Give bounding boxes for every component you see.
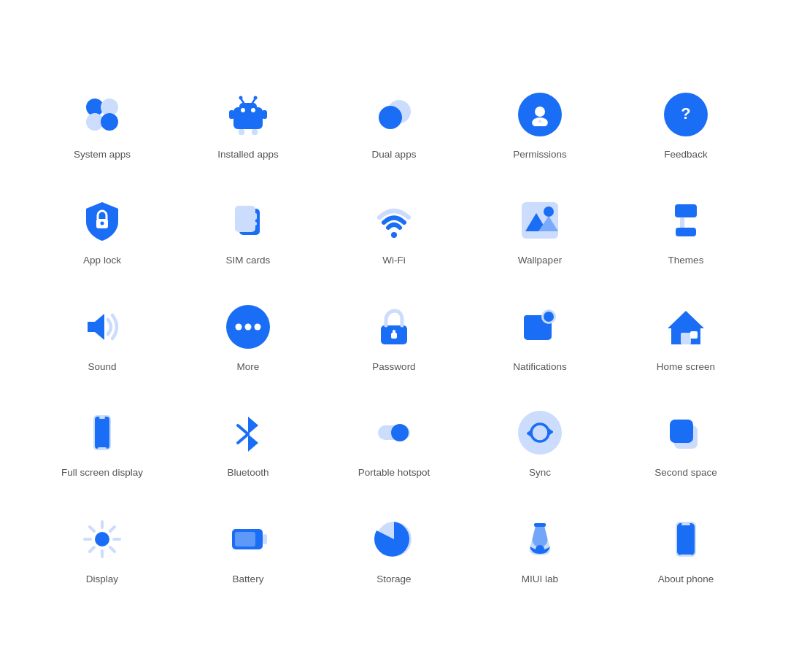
sync-label: Sync	[529, 466, 551, 479]
item-more[interactable]: More	[175, 283, 321, 390]
svg-line-73	[90, 547, 94, 552]
second-space-label: Second space	[654, 466, 717, 479]
item-portable-hotspot[interactable]: Portable hotspot	[321, 389, 467, 495]
svg-rect-15	[252, 129, 258, 135]
svg-rect-75	[263, 534, 267, 544]
item-app-lock[interactable]: App lock	[29, 177, 175, 283]
item-storage[interactable]: Storage	[321, 495, 467, 602]
natifications-icon	[517, 304, 563, 350]
installed-apps-label: Installed apps	[217, 148, 278, 161]
themes-label: Themes	[668, 254, 704, 267]
natifications-label: Natifications	[513, 360, 567, 374]
item-bluetooth[interactable]: Bluetooth	[175, 389, 321, 495]
item-wallpaper[interactable]: Wallpaper	[467, 177, 613, 283]
item-dual-apps[interactable]: Dual apps	[321, 71, 467, 177]
battery-icon	[225, 516, 271, 563]
permissions-icon	[517, 91, 563, 138]
svg-marker-61	[549, 428, 553, 436]
svg-line-71	[110, 547, 115, 552]
svg-point-60	[391, 424, 409, 441]
item-installed-apps[interactable]: Installed apps	[175, 71, 321, 177]
system-apps-label: System apps	[74, 148, 131, 161]
item-feedback[interactable]: ? Feedback	[613, 71, 759, 177]
item-about-phone[interactable]: About phone	[613, 495, 759, 602]
svg-point-33	[544, 206, 554, 217]
display-icon	[79, 516, 125, 563]
settings-grid: System apps	[0, 56, 788, 617]
home-screen-label: Home screen	[657, 360, 715, 374]
about-phone-icon	[663, 516, 709, 563]
item-battery[interactable]: Battery	[175, 495, 321, 602]
portable-hotspot-label: Portable hotspot	[358, 466, 430, 479]
more-icon	[225, 304, 271, 350]
svg-point-38	[236, 323, 242, 330]
svg-point-18	[535, 107, 545, 117]
svg-point-23	[101, 222, 104, 225]
second-space-icon	[663, 409, 709, 456]
svg-point-29	[391, 232, 397, 238]
item-system-apps[interactable]: System apps	[29, 71, 175, 177]
svg-point-3	[101, 113, 118, 131]
item-miui-lab[interactable]: MIUI lab	[467, 495, 613, 602]
svg-rect-34	[675, 204, 697, 217]
svg-line-70	[90, 527, 94, 531]
portable-hotspot-icon	[371, 409, 417, 456]
themes-icon	[663, 197, 709, 244]
item-sync[interactable]: Sync	[467, 389, 613, 495]
svg-rect-76	[235, 532, 255, 547]
password-icon	[371, 304, 417, 350]
item-natifications[interactable]: Natifications	[467, 283, 613, 390]
sim-cards-icon	[225, 197, 271, 244]
svg-point-13	[254, 96, 258, 99]
item-home-screen[interactable]: Home screen	[613, 283, 759, 390]
svg-point-12	[239, 96, 243, 99]
svg-rect-35	[680, 217, 684, 229]
svg-rect-6	[229, 110, 234, 119]
feedback-label: Feedback	[664, 148, 707, 161]
svg-marker-37	[88, 314, 104, 340]
battery-label: Battery	[233, 573, 264, 586]
svg-rect-28	[235, 206, 255, 232]
wifi-icon	[371, 197, 417, 244]
item-themes[interactable]: Themes	[613, 177, 759, 283]
svg-rect-4	[233, 107, 263, 129]
svg-rect-50	[690, 331, 698, 339]
svg-line-57	[238, 425, 248, 434]
system-apps-icon	[79, 91, 125, 138]
wallpaper-icon	[517, 197, 563, 244]
svg-point-40	[255, 323, 261, 330]
miui-lab-label: MIUI lab	[522, 573, 558, 586]
svg-marker-56	[248, 434, 258, 452]
storage-label: Storage	[376, 573, 411, 586]
bluetooth-label: Bluetooth	[227, 466, 269, 479]
wallpaper-label: Wallpaper	[518, 254, 562, 267]
svg-line-72	[110, 527, 115, 531]
wifi-label: Wi-Fi	[382, 254, 405, 267]
feedback-icon: ?	[663, 91, 709, 138]
item-wifi[interactable]: Wi-Fi	[321, 177, 467, 283]
home-screen-icon	[663, 304, 709, 350]
svg-line-58	[238, 434, 248, 443]
storage-icon	[371, 516, 417, 563]
sound-label: Sound	[88, 360, 116, 374]
svg-rect-45	[524, 315, 537, 321]
item-display[interactable]: Display	[29, 495, 175, 602]
svg-point-79	[536, 545, 544, 554]
svg-rect-83	[681, 523, 690, 525]
svg-marker-55	[248, 417, 258, 434]
svg-point-65	[95, 532, 109, 547]
svg-point-47	[544, 312, 554, 322]
svg-marker-62	[527, 430, 531, 437]
item-sim-cards[interactable]: SIM cards	[175, 177, 321, 283]
item-sound[interactable]: Sound	[29, 283, 175, 390]
svg-text:?: ?	[681, 104, 690, 123]
sim-cards-label: SIM cards	[226, 254, 271, 267]
miui-lab-icon	[517, 516, 563, 563]
svg-rect-64	[670, 420, 693, 443]
dual-apps-icon	[371, 91, 417, 138]
item-permissions[interactable]: Permissions	[467, 71, 613, 177]
item-full-screen-display[interactable]: Full screen display	[29, 389, 175, 495]
item-second-space[interactable]: Second space	[613, 389, 759, 495]
item-password[interactable]: Password	[321, 283, 467, 390]
app-lock-icon	[79, 197, 125, 244]
